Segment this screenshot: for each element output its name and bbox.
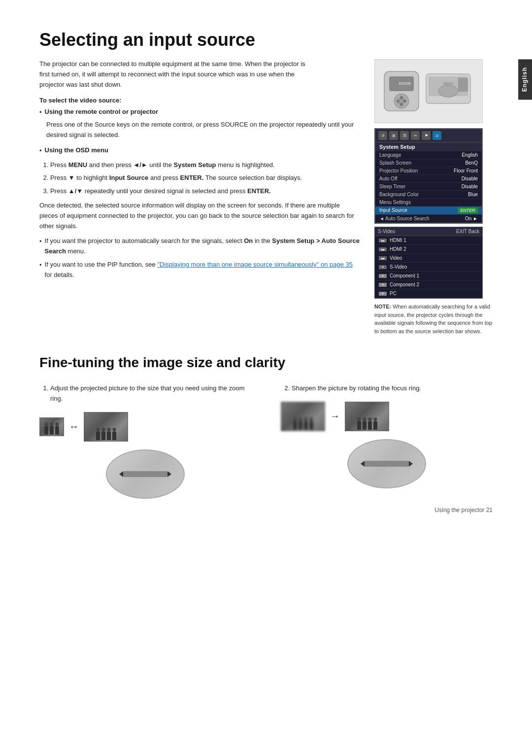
- person6: [107, 431, 111, 440]
- left-column: The projector can be connected to multip…: [39, 59, 360, 282]
- sharp-photo-content: [345, 402, 389, 431]
- bullet-auto-text: If you want the projector to automatical…: [45, 236, 360, 257]
- bullet-remote: • Using the remote control or projector: [39, 107, 360, 118]
- source-icon-video: ▬: [379, 256, 387, 260]
- person10: [304, 421, 308, 430]
- fine-col-right: Sharpen the picture by rotating the focu…: [281, 379, 493, 499]
- page-footer: Using the projector 21: [435, 507, 493, 514]
- osd-row-position: Projector PositionFloor Front: [375, 167, 482, 175]
- person7: [112, 431, 116, 440]
- zoom-arrow: ↔: [69, 421, 79, 432]
- source-svideo: ≡ S-Video: [375, 263, 482, 272]
- top-section: The projector can be connected to multip…: [39, 59, 493, 335]
- blurry-photo-content: [281, 402, 325, 431]
- fine-step-1: Adjust the projected picture to the size…: [50, 383, 251, 404]
- person9: [299, 421, 302, 430]
- source-label-component2: Component 2: [390, 282, 419, 287]
- source-label-svideo: S-Video: [390, 264, 407, 270]
- source-hdmi2: ▬ HDMI 2: [375, 245, 482, 254]
- bullet-dot-3: •: [39, 237, 42, 257]
- source-hdmi1: ▬ HDMI 1: [375, 236, 482, 245]
- person4: [96, 431, 100, 440]
- section2-title: Fine-tuning the image size and clarity: [39, 355, 493, 371]
- section1-title: Selecting an input source: [39, 30, 493, 50]
- osd-icon-3: ☰: [400, 131, 409, 140]
- svg-rect-13: [458, 78, 468, 92]
- bullet-dot-4: •: [39, 260, 42, 280]
- person13: [363, 421, 366, 430]
- right-column: ENTER MENU ↺ ⊞ ☰ ✂ ⚑ ⊙: [374, 59, 493, 335]
- osd-row-language: LanguageEnglish: [375, 151, 482, 159]
- zoom-bar-left: [123, 471, 167, 477]
- source-icon-hdmi2: ▬: [379, 247, 387, 251]
- projector-svg: ENTER MENU: [379, 64, 478, 118]
- intro-paragraph: The projector can be connected to multip…: [39, 59, 315, 90]
- person12: [357, 421, 361, 430]
- svg-point-5: [400, 103, 403, 106]
- source-pc: ≡ PC: [375, 289, 482, 298]
- fine-steps-list-right: Sharpen the picture by rotating the focu…: [281, 383, 493, 394]
- focus-lens-container: [281, 439, 493, 488]
- bullet-osd-heading: Using the OSD menu: [45, 145, 108, 156]
- person5: [101, 431, 105, 440]
- source-component2: ≡ Component 2: [375, 280, 482, 289]
- note-text: When automatically searching for a valid…: [374, 304, 492, 334]
- person11: [309, 421, 313, 430]
- bullet-remote-text: Press one of the Source keys on the remo…: [46, 120, 360, 140]
- source-header-right: EXIT Back: [456, 229, 479, 234]
- osd-icon-bar: ↺ ⊞ ☰ ✂ ⚑ ⊙: [375, 129, 482, 142]
- source-label-component1: Component 1: [390, 273, 419, 278]
- osd-icon-1: ↺: [378, 131, 387, 140]
- source-label-hdmi1: HDMI 1: [390, 238, 406, 243]
- focus-arrow: →: [330, 411, 340, 422]
- source-panel: S-Video EXIT Back ▬ HDMI 1 ▬ HDMI 2 ▬ Vi…: [374, 227, 483, 299]
- svg-point-4: [400, 96, 403, 99]
- source-label-video: Video: [390, 255, 402, 261]
- source-header-left: S-Video: [378, 229, 395, 234]
- step-3: Press ▲/▼ repeatedly until your desired …: [50, 186, 360, 197]
- sharp-photo: [345, 402, 389, 431]
- small-photo: [39, 417, 64, 436]
- large-photo: [84, 412, 128, 442]
- person1: [44, 426, 48, 435]
- blurry-photo: [281, 402, 325, 431]
- person15: [373, 421, 377, 430]
- large-photo-content: [84, 412, 128, 441]
- source-label-pc: PC: [390, 291, 397, 296]
- zoom-lens-right: [347, 439, 426, 488]
- osd-icon-6: ⊙: [432, 131, 441, 140]
- step-1: Press MENU and then press ◄/► until the …: [50, 160, 360, 171]
- svg-point-6: [397, 100, 399, 103]
- osd-row-sleep: Sleep TimerDisable: [375, 183, 482, 191]
- osd-row-input-source: Input SourceENTER: [375, 206, 482, 215]
- svg-point-11: [438, 85, 458, 97]
- bullet-dot-2: •: [39, 146, 42, 156]
- step-2: Press ▼ to highlight Input Source and pr…: [50, 173, 360, 183]
- osd-row-menu-settings: Menu Settings: [375, 199, 482, 206]
- osd-icon-2: ⊞: [389, 131, 398, 140]
- zoom-lens-left: [106, 449, 185, 499]
- zoom-lens-container: [39, 449, 251, 499]
- osd-row-bg-color: Background ColorBlue: [375, 191, 482, 199]
- focus-diagram-row: →: [281, 402, 493, 431]
- fine-col-left: Adjust the projected picture to the size…: [39, 379, 251, 499]
- source-label-hdmi2: HDMI 2: [390, 246, 406, 252]
- svg-point-7: [403, 100, 406, 103]
- osd-steps-list: Press MENU and then press ◄/► until the …: [39, 160, 360, 197]
- small-photo-content: [40, 418, 64, 436]
- pip-link[interactable]: "Displaying more than one image source s…: [157, 261, 353, 268]
- svg-text:ENTER: ENTER: [399, 82, 411, 85]
- source-icon-pc: ≡: [379, 292, 387, 296]
- person14: [368, 421, 372, 430]
- zoom-bar-right: [365, 461, 409, 467]
- step3-extra: Once detected, the selected source infor…: [39, 201, 360, 231]
- source-icon-component1: ≡: [379, 274, 387, 278]
- osd-icon-5: ⚑: [422, 131, 431, 140]
- person2: [50, 426, 54, 435]
- bullet-dot-1: •: [39, 107, 42, 118]
- bullet-pip-text: If you want to use the PIP function, see…: [45, 260, 360, 280]
- note-label: NOTE:: [374, 304, 391, 309]
- source-icon-component2: ≡: [379, 283, 387, 287]
- svg-text:MENU: MENU: [443, 82, 454, 85]
- fine-tuning-section: Fine-tuning the image size and clarity A…: [39, 355, 493, 499]
